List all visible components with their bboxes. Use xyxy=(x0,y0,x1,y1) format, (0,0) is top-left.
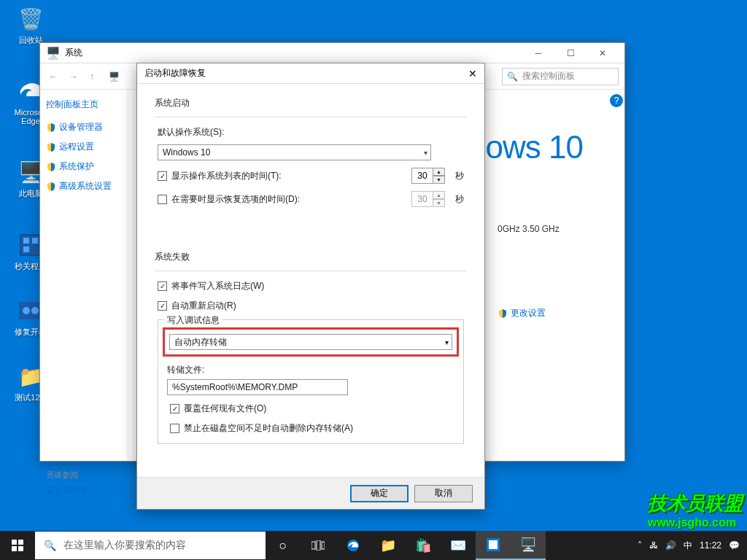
cpu-info: 0GHz 3.50 GHz xyxy=(498,224,613,234)
minimize-button[interactable]: ─ xyxy=(522,44,554,63)
recycle-bin-icon: 🗑️ xyxy=(16,4,45,34)
checkbox-label: 将事件写入系统日志(W) xyxy=(171,280,264,292)
spinner-down: ▼ xyxy=(433,199,445,207)
ok-button[interactable]: 确定 xyxy=(350,485,409,502)
unit-label: 秒 xyxy=(455,170,464,182)
tray-ime-icon[interactable]: 中 xyxy=(684,540,692,552)
svg-rect-8 xyxy=(12,540,17,545)
startup-recovery-dialog: 启动和故障恢复 ✕ 系统启动 默认操作系统(S): Windows 10 ▾ 显… xyxy=(136,63,485,510)
app-taskbar-icon[interactable] xyxy=(476,531,511,560)
auto-restart-checkbox[interactable] xyxy=(158,301,167,311)
default-os-label: 默认操作系统(S): xyxy=(155,126,467,139)
control-panel-search[interactable]: 🔍 搜索控制面板 xyxy=(502,68,619,85)
start-button[interactable] xyxy=(0,531,35,560)
svg-point-6 xyxy=(23,307,30,314)
svg-rect-13 xyxy=(317,540,320,551)
sidebar-link-label: 远程设置 xyxy=(59,141,94,153)
edge-taskbar-icon[interactable] xyxy=(336,531,371,560)
tray-volume-icon[interactable]: 🔊 xyxy=(665,540,676,551)
failure-header: 系统失败 xyxy=(155,251,467,263)
svg-rect-3 xyxy=(32,238,38,244)
checkbox-label: 自动重新启动(R) xyxy=(171,300,236,312)
explorer-taskbar-icon[interactable]: 📁 xyxy=(371,531,406,560)
spinner-up[interactable]: ▲ xyxy=(433,168,445,176)
os-list-time-input[interactable]: ▲▼ xyxy=(411,168,445,184)
desktop-icon-recycle-bin[interactable]: 🗑️ 回收站 xyxy=(9,4,53,46)
svg-rect-11 xyxy=(18,546,23,551)
tray-time[interactable]: 11:22 xyxy=(700,540,721,551)
dialog-close-button[interactable]: ✕ xyxy=(468,68,477,79)
write-event-checkbox[interactable] xyxy=(158,281,167,291)
spinner-up: ▲ xyxy=(433,191,445,199)
taskbar: 🔍 在这里输入你要搜索的内容 ○ 📁 🛍️ ✉️ 🖥️ ˄ 🖧 🔊 中 11:2… xyxy=(0,531,747,560)
debug-dump-select[interactable]: 自动内存转储 ▾ xyxy=(169,334,452,350)
cortana-icon[interactable]: ○ xyxy=(266,531,301,560)
svg-rect-9 xyxy=(18,540,23,545)
dialog-title: 启动和故障恢复 xyxy=(144,67,206,79)
dump-file-input[interactable]: %SystemRoot%\MEMORY.DMP xyxy=(167,379,348,395)
overwrite-checkbox[interactable] xyxy=(170,404,179,413)
system-sidebar: 控制面板主页 设备管理器 远程设置 系统保护 高级系统设置 另请参阅 安全和维护 xyxy=(40,90,128,461)
tray-network-icon[interactable]: 🖧 xyxy=(649,540,658,551)
system-tray: ˄ 🖧 🔊 中 11:22 💬 xyxy=(630,540,747,552)
svg-rect-2 xyxy=(23,238,29,244)
number-field[interactable] xyxy=(411,168,433,184)
chevron-down-icon: ▾ xyxy=(445,338,449,346)
forward-button[interactable]: → xyxy=(66,71,81,82)
watermark: 技术员联盟 www.jsgho.com xyxy=(648,491,743,529)
dialog-footer: 确定 取消 xyxy=(137,477,484,509)
sidebar-related-link[interactable]: 安全和维护 xyxy=(46,485,122,497)
chevron-down-icon: ▾ xyxy=(424,149,427,157)
taskbar-search[interactable]: 🔍 在这里输入你要搜索的内容 xyxy=(35,532,266,559)
recovery-time-input[interactable]: ▲▼ xyxy=(411,191,445,207)
change-settings-label: 更改设置 xyxy=(511,307,546,319)
number-field[interactable] xyxy=(411,191,433,207)
cancel-button[interactable]: 取消 xyxy=(414,485,473,502)
sidebar-link-label: 高级系统设置 xyxy=(59,180,112,192)
svg-rect-17 xyxy=(489,540,498,549)
svg-rect-12 xyxy=(311,542,315,549)
app2-taskbar-icon[interactable]: 🖥️ xyxy=(511,531,546,560)
system-icon: 🖥️ xyxy=(46,46,61,60)
debug-info-group: 写入调试信息 自动内存转储 ▾ 转储文件: %SystemRoot%\MEMOR… xyxy=(158,319,464,444)
show-recovery-checkbox[interactable] xyxy=(158,195,167,204)
back-button[interactable]: ← xyxy=(46,71,61,82)
sidebar-link-label: 安全和维护 xyxy=(46,485,90,497)
spinner-down[interactable]: ▼ xyxy=(433,176,445,184)
search-icon: 🔍 xyxy=(507,71,518,82)
sidebar-remote[interactable]: 远程设置 xyxy=(46,141,122,153)
checkbox-label: 覆盖任何现有文件(O) xyxy=(184,402,266,415)
tray-notifications-icon[interactable]: 💬 xyxy=(729,540,740,551)
mail-taskbar-icon[interactable]: ✉️ xyxy=(441,531,476,560)
dump-file-label: 转储文件: xyxy=(167,364,454,376)
tray-chevron-icon[interactable]: ˄ xyxy=(638,540,642,551)
close-button[interactable]: ✕ xyxy=(587,44,619,63)
change-settings-link[interactable]: 更改设置 xyxy=(498,307,613,319)
dialog-titlebar: 启动和故障恢复 ✕ xyxy=(137,63,484,84)
sidebar-protection[interactable]: 系统保护 xyxy=(46,160,122,173)
task-view-icon[interactable] xyxy=(301,531,336,560)
store-taskbar-icon[interactable]: 🛍️ xyxy=(406,531,441,560)
svg-rect-4 xyxy=(23,246,29,252)
sidebar-device-manager[interactable]: 设备管理器 xyxy=(46,121,122,133)
svg-rect-10 xyxy=(12,546,17,551)
show-os-list-checkbox[interactable] xyxy=(158,171,167,181)
up-button[interactable]: ↑ xyxy=(87,71,97,82)
svg-point-7 xyxy=(31,307,39,314)
help-icon[interactable]: ? xyxy=(610,94,623,107)
sidebar-related-header: 另请参阅 xyxy=(46,470,122,481)
disable-auto-delete-checkbox[interactable] xyxy=(170,424,179,433)
system-title: 系统 xyxy=(65,47,82,59)
checkbox-label: 在需要时显示恢复选项的时间(D): xyxy=(171,193,300,206)
highlight-box: 自动内存转储 ▾ xyxy=(163,327,459,357)
maximize-button[interactable]: ☐ xyxy=(554,44,587,63)
search-placeholder: 在这里输入你要搜索的内容 xyxy=(63,539,186,552)
shield-icon xyxy=(46,182,56,192)
sidebar-home[interactable]: 控制面板主页 xyxy=(46,98,122,111)
shield-icon xyxy=(498,308,508,319)
select-value: 自动内存转储 xyxy=(174,336,227,349)
sidebar-advanced[interactable]: 高级系统设置 xyxy=(46,180,122,192)
sidebar-link-label: 设备管理器 xyxy=(59,121,103,133)
default-os-select[interactable]: Windows 10 ▾ xyxy=(158,144,431,160)
select-value: Windows 10 xyxy=(163,147,210,158)
